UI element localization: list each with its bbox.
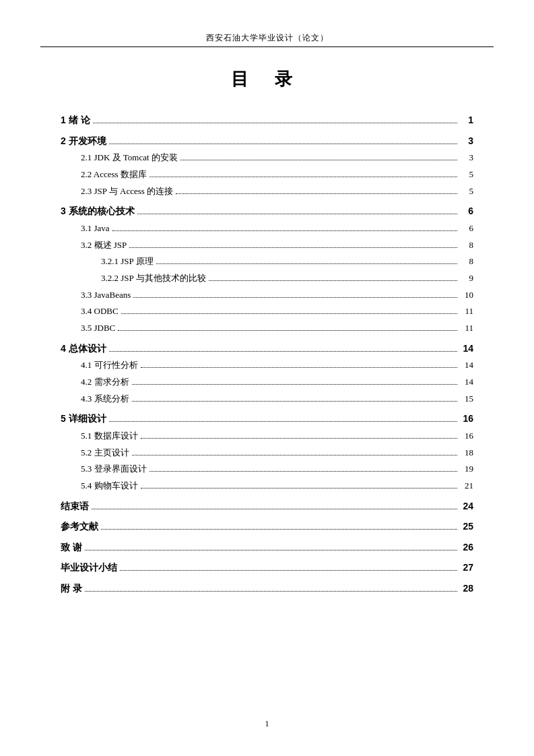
- toc-item-16: 4.2 需求分析14: [61, 374, 473, 391]
- toc-label: 结束语: [61, 497, 89, 515]
- toc-item-2: 2 开发环境3: [61, 132, 473, 150]
- toc-label: 2.1 JDK 及 Tomcat 的安装: [81, 150, 178, 166]
- toc-page-number: 15: [460, 391, 473, 408]
- toc-page-number: 6: [460, 220, 473, 237]
- toc-dots: [92, 509, 457, 509]
- toc-item-17: 4.3 系统分析15: [61, 391, 473, 408]
- toc-label: 毕业设计小结: [61, 559, 117, 577]
- toc-dots: [109, 421, 457, 422]
- toc-page-number: 26: [460, 538, 473, 557]
- toc-label: 4 总体设计: [61, 340, 106, 358]
- toc-dots: [132, 401, 458, 402]
- toc-item-12: 3.4 ODBC11: [61, 303, 473, 320]
- toc-dots: [132, 455, 458, 455]
- toc-dots: [85, 550, 457, 550]
- toc-label: 5 详细设计: [61, 410, 106, 428]
- toc-item-5: 2.3 JSP 与 Access 的连接5: [61, 183, 473, 200]
- toc-item-11: 3.3 JavaBeans10: [61, 287, 473, 304]
- header-title: 西安石油大学毕业设计（论文）: [206, 32, 329, 44]
- toc-item-15: 4.1 可行性分析14: [61, 357, 473, 374]
- toc-item-6: 3 系统的核心技术6: [61, 202, 473, 220]
- toc-label: 2.3 JSP 与 Access 的连接: [81, 183, 173, 200]
- toc-label: 3.2 概述 JSP: [81, 237, 127, 254]
- page-header: 西安石油大学毕业设计（论文）: [40, 32, 494, 47]
- toc-label: 2 开发环境: [61, 132, 106, 150]
- toc-item-24: 参考文献25: [61, 517, 473, 536]
- toc-label: 致 谢: [61, 538, 82, 557]
- toc-page-number: 9: [460, 270, 473, 287]
- toc-dots: [109, 351, 457, 352]
- toc-page-number: 16: [460, 410, 473, 428]
- toc-item-9: 3.2.1 JSP 原理8: [61, 253, 473, 270]
- toc-dots: [141, 367, 458, 368]
- toc-label: 5.1 数据库设计: [81, 428, 138, 445]
- toc-dots: [118, 330, 457, 331]
- toc-page-number: 24: [460, 497, 473, 515]
- doc-title: 目 录: [61, 67, 473, 91]
- toc-item-14: 4 总体设计14: [61, 340, 473, 358]
- toc-label: 4.1 可行性分析: [81, 357, 138, 374]
- toc-label: 4.3 系统分析: [81, 391, 129, 408]
- toc-label: 3.2.2 JSP 与其他技术的比较: [101, 270, 206, 287]
- toc-page-number: 8: [460, 253, 473, 270]
- toc-dots: [133, 297, 457, 298]
- toc-page-number: 11: [460, 320, 473, 337]
- toc-item-18: 5 详细设计16: [61, 410, 473, 428]
- toc-dots: [112, 230, 457, 231]
- toc-page-number: 25: [460, 517, 473, 536]
- toc-page-number: 8: [460, 237, 473, 254]
- toc-page-number: 11: [460, 303, 473, 320]
- toc-page-number: 21: [460, 478, 473, 495]
- toc-dots: [209, 280, 457, 281]
- toc-dots: [149, 471, 458, 472]
- toc-page-number: 5: [460, 183, 473, 200]
- toc-label: 3.4 ODBC: [81, 303, 119, 320]
- toc-item-26: 毕业设计小结27: [61, 559, 473, 577]
- toc-item-27: 附 录28: [61, 579, 473, 598]
- toc-label: 参考文献: [61, 517, 98, 536]
- toc-dots: [121, 313, 457, 314]
- toc-page-number: 6: [460, 202, 473, 220]
- toc-dots: [120, 570, 457, 571]
- toc-dots: [85, 591, 457, 592]
- toc-page-number: 28: [460, 579, 473, 598]
- toc-container: 1 绪 论12 开发环境32.1 JDK 及 Tomcat 的安装32.2 Ac…: [61, 111, 473, 598]
- toc-dots: [156, 263, 457, 264]
- toc-label: 附 录: [61, 579, 82, 598]
- toc-label: 2.2 Access 数据库: [81, 166, 147, 183]
- toc-item-21: 5.3 登录界面设计19: [61, 461, 473, 478]
- toc-item-13: 3.5 JDBC11: [61, 320, 473, 337]
- header-divider: [40, 46, 494, 47]
- toc-label: 3.2.1 JSP 原理: [101, 253, 154, 270]
- toc-item-4: 2.2 Access 数据库5: [61, 166, 473, 183]
- toc-dots: [149, 177, 457, 177]
- toc-page-number: 5: [460, 166, 473, 183]
- toc-page-number: 27: [460, 559, 473, 577]
- toc-item-22: 5.4 购物车设计21: [61, 478, 473, 495]
- toc-page-number: 3: [460, 150, 473, 166]
- toc-item-25: 致 谢26: [61, 538, 473, 557]
- toc-page-number: 19: [460, 461, 473, 478]
- toc-item-10: 3.2.2 JSP 与其他技术的比较9: [61, 270, 473, 287]
- toc-label: 3.3 JavaBeans: [81, 287, 131, 304]
- toc-page-number: 14: [460, 357, 473, 374]
- toc-item-19: 5.1 数据库设计16: [61, 428, 473, 445]
- toc-item-3: 2.1 JDK 及 Tomcat 的安装3: [61, 150, 473, 166]
- toc-page-number: 18: [460, 445, 473, 462]
- toc-dots: [129, 247, 457, 248]
- toc-dots: [180, 160, 457, 160]
- toc-label: 5.3 登录界面设计: [81, 461, 147, 478]
- toc-page-number: 3: [460, 132, 473, 150]
- toc-page-number: 1: [460, 111, 473, 129]
- toc-page-number: 10: [460, 287, 473, 304]
- toc-item-7: 3.1 Java6: [61, 220, 473, 237]
- page-number: 1: [0, 719, 534, 729]
- toc-dots: [176, 193, 457, 194]
- toc-label: 5.4 购物车设计: [81, 478, 138, 495]
- page: 西安石油大学毕业设计（论文） 目 录 1 绪 论12 开发环境32.1 JDK …: [0, 0, 534, 756]
- toc-dots: [137, 214, 457, 214]
- toc-page-number: 14: [460, 374, 473, 391]
- toc-label: 5.2 主页设计: [81, 445, 129, 462]
- toc-dots: [109, 144, 457, 144]
- toc-item-23: 结束语24: [61, 497, 473, 515]
